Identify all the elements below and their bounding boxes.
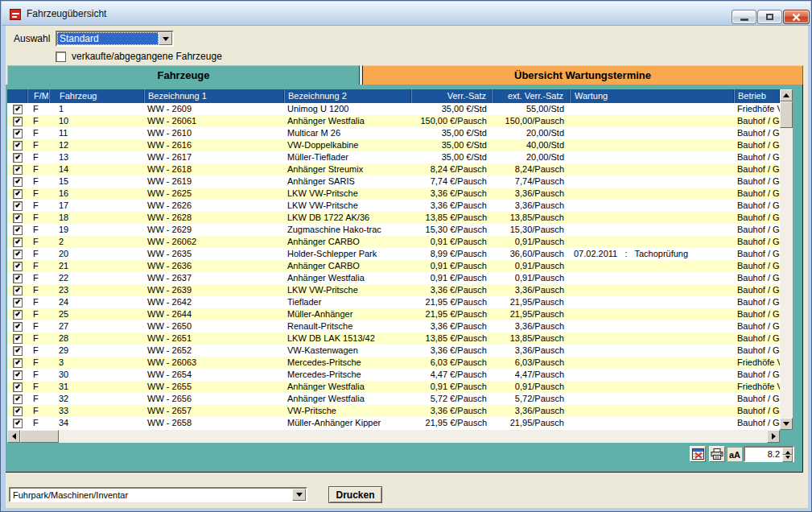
- row-checkbox[interactable]: [13, 298, 23, 308]
- table-row[interactable]: F 20 WW - 2635 Holder-Schlepper Park 8,9…: [7, 248, 780, 260]
- table-row[interactable]: F 31 WW - 2655 Anhänger Westfalia 0,91 €…: [7, 381, 780, 393]
- cell-ext-verr-satz: 3,36/Pausch: [492, 320, 570, 332]
- row-checkbox[interactable]: [13, 189, 23, 199]
- tab-wartungstermine[interactable]: Übersicht Wartungstermine: [362, 65, 803, 85]
- auswahl-dropdown-button[interactable]: [159, 32, 172, 45]
- scroll-right-button[interactable]: [767, 430, 780, 443]
- table-row[interactable]: F 25 WW - 2644 Müller-Anhänger 21,95 €/P…: [7, 308, 780, 320]
- table-row[interactable]: F 10 WW - 26061 Anhänger Westfalia 150,0…: [7, 115, 780, 127]
- row-checkbox[interactable]: [13, 394, 23, 404]
- maximize-button[interactable]: [757, 10, 782, 24]
- font-size-spinner[interactable]: 8.2: [744, 446, 794, 462]
- table-row[interactable]: F 16 WW - 2625 LKW VW-Pritsche 3,36 €/Pa…: [7, 188, 780, 200]
- row-checkbox[interactable]: [13, 419, 23, 428]
- table-row[interactable]: F 27 WW - 2650 Renault-Pritsche 3,36 €/P…: [7, 320, 780, 332]
- row-checkbox[interactable]: [13, 286, 23, 295]
- close-button[interactable]: [783, 10, 810, 24]
- row-checkbox[interactable]: [13, 117, 23, 126]
- col-header-fahrzeug[interactable]: Fahrzeug: [49, 89, 144, 103]
- spinner-down-button[interactable]: [782, 455, 793, 462]
- col-header-verr-satz[interactable]: Verr.-Satz: [411, 89, 492, 103]
- horizontal-scrollbar-thumb[interactable]: [20, 430, 59, 443]
- cell-betrieb: Bauhof / Gärt: [734, 127, 780, 139]
- row-checkbox[interactable]: [13, 225, 23, 235]
- table-row[interactable]: F 1 WW - 2609 Unimog U 1200 35,00 €/Std …: [7, 103, 780, 115]
- table-row[interactable]: F 15 WW - 2619 Anhänger SARIS 7,74 €/Pau…: [7, 175, 780, 188]
- arrow-right-icon: [772, 433, 779, 440]
- col-header-wartung[interactable]: Wartung: [570, 89, 734, 103]
- table-row[interactable]: F 28 WW - 2651 LKW DB LAK 1513/42 13,85 …: [7, 332, 780, 345]
- row-checkbox[interactable]: [13, 213, 23, 223]
- table-row[interactable]: F 33 WW - 2657 VW-Pritsche 3,36 €/Pausch…: [7, 405, 780, 417]
- cell-ext-verr-satz: 3,36/Pausch: [492, 200, 570, 212]
- table-row[interactable]: F 13 WW - 2617 Müller-Tieflader 35,00 €/…: [7, 151, 780, 163]
- table-row[interactable]: F 14 WW - 2618 Anhänger Streumix 8,24 €/…: [7, 163, 780, 175]
- row-checkbox[interactable]: [13, 141, 23, 151]
- scroll-left-button[interactable]: [7, 430, 20, 443]
- row-checkbox[interactable]: [13, 334, 23, 344]
- table-row[interactable]: F 34 WW - 2658 Müller-Anhänger Kipper 21…: [7, 417, 780, 429]
- row-checkbox[interactable]: [13, 382, 23, 392]
- table-row[interactable]: F 32 WW - 2656 Anhänger Westfalia 5,72 €…: [7, 393, 780, 405]
- col-header-ext-verr-satz[interactable]: ext. Verr.-Satz: [492, 89, 570, 103]
- table-row[interactable]: F 11 WW - 2610 Multicar M 26 35,00 €/Std…: [7, 127, 780, 139]
- table-row[interactable]: F 29 WW - 2652 VW-Kastenwagen 3,36 €/Pau…: [7, 345, 780, 357]
- titlebar[interactable]: Fahrzeugübersicht: [2, 2, 810, 26]
- col-header-bezeichnung2[interactable]: Bezeichnung 2: [284, 89, 411, 103]
- row-checkbox[interactable]: [13, 358, 23, 368]
- cell-fm: F: [27, 320, 49, 332]
- col-header-bezeichnung1[interactable]: Bezeichnung 1: [144, 89, 284, 103]
- report-combobox[interactable]: Fuhrpark/Maschinen/Inventar: [9, 487, 307, 502]
- spinner-up-button[interactable]: [782, 448, 793, 455]
- drucken-button[interactable]: Drucken: [328, 486, 382, 503]
- row-checkbox[interactable]: [13, 274, 23, 283]
- row-checkbox[interactable]: [13, 165, 23, 175]
- scroll-up-button[interactable]: [780, 89, 793, 101]
- row-checkbox[interactable]: [13, 310, 23, 320]
- table-row[interactable]: F 17 WW - 2626 LKW VW-Pritsche 3,36 €/Pa…: [7, 200, 780, 212]
- col-header-fm[interactable]: F/M: [27, 89, 49, 103]
- row-checkbox[interactable]: [13, 201, 23, 211]
- col-header-betrieb[interactable]: Betrieb: [734, 89, 780, 103]
- row-checkbox[interactable]: [13, 407, 23, 416]
- row-checkbox[interactable]: [13, 262, 23, 271]
- scroll-down-button[interactable]: [780, 418, 793, 430]
- arrow-left-icon: [9, 433, 16, 440]
- cell-fm: F: [27, 381, 49, 393]
- table-row[interactable]: F 21 WW - 2636 Anhänger CARBO 0,91 €/Pau…: [7, 260, 780, 272]
- table-row[interactable]: F 3 WW - 26063 Mercedes-Pritsche 6,03 €/…: [7, 357, 780, 369]
- tab-fahrzeuge[interactable]: Fahrzeuge: [7, 65, 360, 85]
- table-row[interactable]: F 22 WW - 2637 Anhänger Westfalia 0,91 €…: [7, 272, 780, 284]
- verkaufte-checkbox[interactable]: [56, 52, 66, 62]
- row-checkbox[interactable]: [13, 370, 23, 380]
- row-checkbox[interactable]: [13, 322, 23, 332]
- report-dropdown-button[interactable]: [292, 489, 306, 501]
- cell-bezeichnung2: Anhänger Westfalia: [284, 393, 411, 405]
- font-size-icon[interactable]: aA: [728, 448, 742, 461]
- row-checkbox[interactable]: [13, 237, 23, 247]
- cell-bezeichnung1: WW - 2657: [144, 405, 284, 417]
- table-row[interactable]: F 19 WW - 2629 Zugmaschine Hako-trac 15,…: [7, 224, 780, 236]
- row-checkbox[interactable]: [13, 105, 23, 114]
- table-row[interactable]: F 12 WW - 2616 VW-Doppelkabine 35,00 €/S…: [7, 139, 780, 151]
- row-checkbox[interactable]: [13, 177, 23, 187]
- horizontal-scrollbar[interactable]: [7, 430, 780, 443]
- vertical-scrollbar[interactable]: [780, 89, 793, 430]
- cell-fahrzeug: 31: [49, 381, 144, 393]
- table-row[interactable]: F 23 WW - 2639 LKW VW-Pritsche 3,36 €/Pa…: [7, 284, 780, 296]
- row-checkbox[interactable]: [13, 153, 23, 163]
- cell-bezeichnung1: WW - 2639: [144, 284, 284, 296]
- table-row[interactable]: F 18 WW - 2628 LKW DB 1722 AK/36 13,85 €…: [7, 212, 780, 224]
- col-header-select[interactable]: [7, 89, 27, 103]
- auswahl-combobox[interactable]: Standard: [56, 31, 174, 47]
- export-button[interactable]: [690, 446, 706, 462]
- table-row[interactable]: F 2 WW - 26062 Anhänger CARBO 0,91 €/Pau…: [7, 236, 780, 248]
- print-icon-button[interactable]: [709, 446, 725, 462]
- row-checkbox[interactable]: [13, 129, 23, 138]
- minimize-button[interactable]: [732, 10, 756, 24]
- vertical-scrollbar-thumb[interactable]: [780, 101, 793, 128]
- row-checkbox[interactable]: [13, 346, 23, 356]
- row-checkbox[interactable]: [13, 250, 23, 259]
- table-row[interactable]: F 24 WW - 2642 Tieflader 21,95 €/Pausch …: [7, 296, 780, 308]
- table-row[interactable]: F 30 WW - 2654 Mercedes-Pritsche 4,47 €/…: [7, 369, 780, 381]
